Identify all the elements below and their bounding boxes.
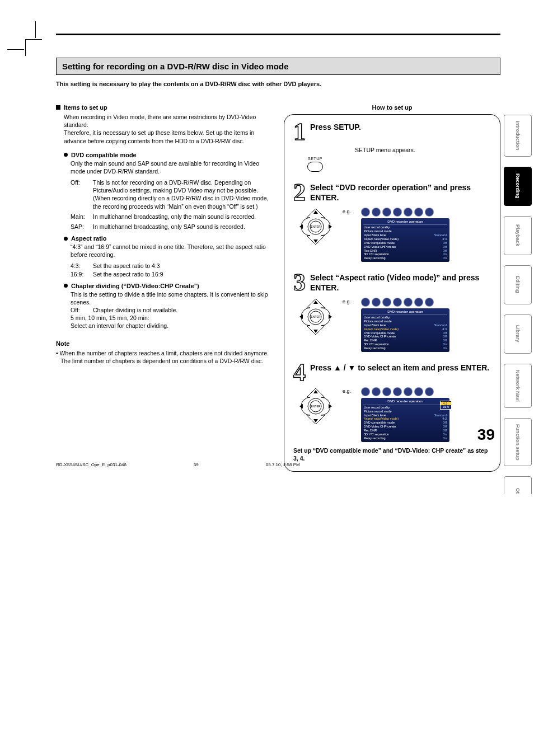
tab-recording[interactable]: Recording xyxy=(504,167,532,206)
sap-label: SAP: xyxy=(71,223,93,231)
chapter-head-text: Chapter dividing (“DVD-Video:CHP Create”… xyxy=(71,283,199,289)
strip-icon xyxy=(372,387,381,396)
step-number: 1 xyxy=(293,121,306,142)
svg-marker-11 xyxy=(313,330,318,333)
note-body: • When the number of chapters reaches a … xyxy=(60,349,273,365)
osd-popup: 4:3 16:9 xyxy=(440,401,452,410)
strip-icon xyxy=(404,298,413,307)
off-text: This is not for recording on a DVD-R/RW … xyxy=(93,179,273,210)
strip-icon xyxy=(414,208,423,217)
svg-marker-18 xyxy=(313,419,318,422)
main-text: In multichannel broadcasting, only the m… xyxy=(93,213,273,220)
strip-icon xyxy=(425,387,434,396)
footer-mid: 39 xyxy=(194,462,199,467)
strip-icon xyxy=(393,208,402,217)
osd-screenshot-3: DVD recorder operation User record quali… xyxy=(361,298,449,352)
eg-label: e.g. xyxy=(343,299,351,304)
tab-network-navi[interactable]: Network Navi xyxy=(504,364,532,408)
strip-icon xyxy=(382,298,391,307)
chapter-off-label: Off: xyxy=(71,306,93,314)
strip-icon xyxy=(425,298,434,307)
aspect-43-text: Set the aspect ratio to 4:3 xyxy=(93,262,273,270)
step-2-title: Select “DVD recorder operation” and pres… xyxy=(310,182,491,203)
strip-icon xyxy=(361,387,370,396)
top-rule xyxy=(56,34,500,35)
svg-text:ENTER: ENTER xyxy=(311,405,321,408)
steps-container: 1 Press SETUP. SETUP menu appears. SETUP… xyxy=(284,114,500,472)
strip-icon xyxy=(393,298,402,307)
strip-icon xyxy=(425,208,434,217)
step-1-sub: SETUP menu appears. xyxy=(355,147,491,153)
circle-bullet-icon xyxy=(64,284,68,288)
aspect-43-def: 4:3: Set the aspect ratio to 4:3 xyxy=(71,262,273,270)
chapter-body: This is the setting to divide a title in… xyxy=(71,290,273,306)
aspect-169-text: Set the aspect ratio to 16:9 xyxy=(93,270,273,278)
aspect-43-label: 4:3: xyxy=(71,262,93,270)
aspect-169-label: 16:9: xyxy=(71,270,93,278)
osd-icon-strip xyxy=(361,387,449,396)
step-4: 4 Press ▲ / ▼ to select an item and pres… xyxy=(293,362,491,442)
strip-icon xyxy=(414,387,423,396)
osd-screenshot-2: DVD recorder operation User record quali… xyxy=(361,208,449,262)
setup-label: SETUP xyxy=(303,157,327,161)
enter-dpad-icon: ENTER xyxy=(297,298,335,336)
svg-marker-3 xyxy=(313,210,318,214)
osd-screenshot-4: DVD recorder operation User record quali… xyxy=(361,387,449,442)
step-3-title: Select “Aspect ratio (Video mode)” and p… xyxy=(310,272,491,293)
svg-text:ENTER: ENTER xyxy=(311,315,321,318)
tab-library[interactable]: Library xyxy=(504,314,532,354)
osd-title: DVD recorder operation xyxy=(363,219,447,226)
osd-icon-strip xyxy=(361,208,449,217)
strip-icon xyxy=(393,387,402,396)
step-number: 3 xyxy=(293,272,306,293)
items-head-text: Items to set up xyxy=(64,104,107,111)
svg-marker-4 xyxy=(313,240,318,243)
osd-panel: DVD recorder operation User record quali… xyxy=(361,218,449,262)
aspect-169-def: 16:9: Set the aspect ratio to 16:9 xyxy=(71,270,273,278)
step-4-title: Press ▲ / ▼ to select an item and press … xyxy=(310,362,489,373)
strip-icon xyxy=(361,298,370,307)
howto-heading: How to set up xyxy=(284,104,500,111)
footer-left: RD-XS54SU/SC_Ope_E_p031-048 xyxy=(56,462,127,467)
tab-playback[interactable]: Playback xyxy=(504,216,532,255)
chapter-off-text: Chapter dividing is not available. xyxy=(93,306,273,314)
step-3: 3 Select “Aspect ratio (Video mode)” and… xyxy=(293,272,491,352)
svg-marker-10 xyxy=(313,300,318,304)
strip-icon xyxy=(361,208,370,217)
strip-icon xyxy=(372,208,381,217)
main-label: Main: xyxy=(71,213,93,220)
enter-dpad-icon: ENTER xyxy=(297,387,335,425)
dvd-compat-body: Only the main sound and SAP sound are av… xyxy=(71,159,273,175)
eg-label: e.g. xyxy=(343,388,351,394)
step-1-title: Press SETUP. xyxy=(310,121,361,133)
setup-button-icon: SETUP xyxy=(303,157,327,172)
tab-introduction[interactable]: Introduction xyxy=(504,115,532,157)
off-label: Off: xyxy=(71,179,93,210)
items-to-setup-heading: Items to set up xyxy=(56,104,273,111)
step-1: 1 Press SETUP. SETUP menu appears. SETUP xyxy=(293,121,491,172)
osd-title: DVD recorder operation xyxy=(363,399,447,405)
footer: RD-XS54SU/SC_Ope_E_p031-048 39 05.7.10, … xyxy=(56,462,495,467)
dvd-compat-heading: DVD compatible mode xyxy=(64,152,273,158)
dvd-compat-head-text: DVD compatible mode xyxy=(71,152,137,158)
tab-editing[interactable]: Editing xyxy=(504,265,532,304)
svg-marker-17 xyxy=(313,390,318,393)
enter-dpad-icon: ENTER xyxy=(297,208,335,246)
footer-right: 05.7.10, 2:58 PM xyxy=(266,462,300,467)
circle-bullet-icon xyxy=(64,237,68,241)
page-title-bar: Setting for recording on a DVD-R/RW disc… xyxy=(56,58,500,75)
items-body: When recording in Video mode, there are … xyxy=(64,113,273,145)
tab-function-setup[interactable]: Function setup xyxy=(504,418,532,467)
strip-icon xyxy=(404,387,413,396)
square-bullet-icon xyxy=(56,105,60,110)
final-note: Set up “DVD compatible mode” and “DVD-Vi… xyxy=(293,447,491,462)
strip-icon xyxy=(372,298,381,307)
chapter-intervals: 5 min, 10 min, 15 min, 20 min: xyxy=(71,314,273,322)
strip-icon xyxy=(404,208,413,217)
step-number: 4 xyxy=(293,362,306,383)
off-def: Off: This is not for recording on a DVD-… xyxy=(71,179,273,210)
tab-others[interactable]: Others xyxy=(504,476,532,494)
chapter-select: Select an interval for chapter dividing. xyxy=(71,322,273,330)
note-heading: Note xyxy=(56,340,273,347)
sap-text: In multichannel broadcasting, only SAP s… xyxy=(93,223,273,231)
